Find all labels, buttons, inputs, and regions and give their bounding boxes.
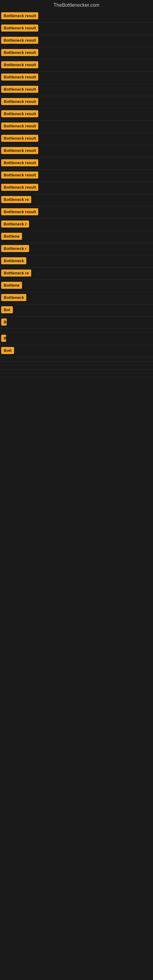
bottleneck-badge[interactable]: Bottleneck result (1, 208, 38, 215)
bottleneck-badge[interactable]: Bottleneck result (1, 61, 38, 68)
bottleneck-badge[interactable]: Bott (1, 347, 14, 354)
result-row: Bottleneck result (0, 121, 153, 133)
result-row: B (0, 317, 153, 329)
bottleneck-badge[interactable]: Bottleneck result (1, 135, 38, 142)
bottleneck-badge[interactable]: Bottleneck result (1, 98, 38, 105)
bottleneck-badge[interactable]: Bottleneck r (1, 221, 29, 228)
result-row: Bottleneck r (0, 219, 153, 231)
result-row: Bottleneck (0, 292, 153, 304)
result-row: Bottleneck result (0, 47, 153, 59)
results-container: Bottleneck resultBottleneck resultBottle… (0, 10, 153, 377)
bottleneck-badge[interactable]: Bottleneck (1, 257, 26, 264)
bottleneck-badge[interactable]: Bottleneck (1, 294, 26, 301)
bottleneck-badge[interactable]: Bottleneck r (1, 245, 29, 252)
bottleneck-badge[interactable]: Bottleneck result (1, 172, 38, 178)
result-row: B (0, 333, 153, 345)
bottleneck-badge[interactable]: B (1, 318, 7, 326)
bottleneck-badge[interactable]: Bottleneck result (1, 123, 38, 130)
result-row (0, 361, 153, 365)
result-row: Bottleneck result (0, 108, 153, 121)
result-row: Bottleneck result (0, 182, 153, 194)
result-row: Bottleneck result (0, 96, 153, 108)
bottleneck-badge[interactable]: Bottlene (1, 233, 22, 240)
result-row: Bot (0, 304, 153, 317)
result-row: Bottleneck re (0, 194, 153, 207)
bottleneck-badge[interactable]: Bottleneck result (1, 12, 38, 19)
bottleneck-badge[interactable]: Bottleneck result (1, 159, 38, 166)
result-row: Bottlene (0, 280, 153, 292)
result-row: Bottleneck result (0, 10, 153, 23)
result-row: Bottleneck result (0, 145, 153, 158)
result-row: Bottleneck result (0, 170, 153, 182)
bottleneck-badge[interactable]: Bot (1, 306, 13, 313)
bottleneck-badge[interactable]: Bottleneck result (1, 184, 38, 191)
result-row (0, 373, 153, 377)
result-row: Bottleneck re (0, 268, 153, 280)
result-row (0, 369, 153, 373)
result-row: Bottlene (0, 231, 153, 243)
bottleneck-badge[interactable]: Bottleneck re (1, 269, 31, 277)
result-row: Bottleneck result (0, 158, 153, 170)
result-row: Bottleneck result (0, 23, 153, 35)
result-row: Bottleneck result (0, 59, 153, 72)
bottleneck-badge[interactable]: B (1, 335, 6, 342)
site-header: TheBottlenecker.com (0, 0, 153, 10)
result-row: Bottleneck result (0, 35, 153, 47)
bottleneck-badge[interactable]: Bottleneck re (1, 196, 31, 203)
bottleneck-badge[interactable]: Bottleneck result (1, 73, 38, 81)
bottleneck-badge[interactable]: Bottleneck result (1, 49, 38, 56)
result-row (0, 365, 153, 369)
bottleneck-badge[interactable]: Bottleneck result (1, 24, 38, 32)
bottleneck-badge[interactable]: Bottleneck result (1, 110, 38, 117)
result-row: Bottleneck result (0, 84, 153, 96)
bottleneck-badge[interactable]: Bottleneck result (1, 86, 38, 93)
result-row: Bottleneck (0, 255, 153, 268)
result-row: Bottleneck result (0, 72, 153, 84)
site-title: TheBottlenecker.com (0, 0, 153, 10)
result-row: Bottleneck r (0, 243, 153, 255)
result-row: Bottleneck result (0, 133, 153, 145)
bottleneck-badge[interactable]: Bottlene (1, 282, 22, 289)
result-row: Bottleneck result (0, 207, 153, 219)
result-row: Bott (0, 345, 153, 357)
bottleneck-badge[interactable]: Bottleneck result (1, 147, 38, 154)
result-row (0, 357, 153, 361)
bottleneck-badge[interactable]: Bottleneck result (1, 37, 38, 44)
result-row (0, 329, 153, 333)
